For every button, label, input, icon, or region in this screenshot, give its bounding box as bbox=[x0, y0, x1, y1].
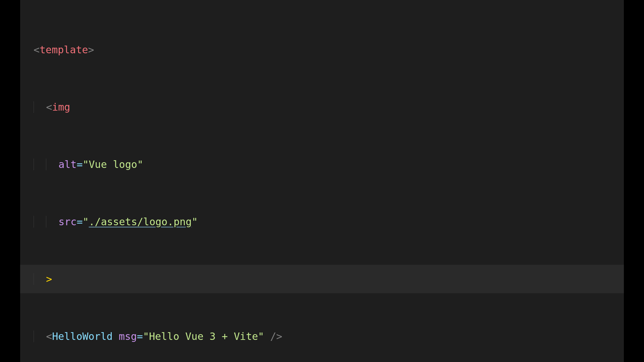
string-literal: "Hello Vue 3 + Vite" bbox=[143, 330, 264, 342]
code-line: alt="Vue logo" bbox=[34, 150, 610, 179]
bracket: > bbox=[88, 44, 94, 56]
bracket-match: > bbox=[46, 273, 52, 285]
bracket: < bbox=[46, 330, 52, 342]
bracket: /> bbox=[264, 330, 282, 342]
code-editor[interactable]: <template> <img alt="Vue logo" src="./as… bbox=[20, 0, 624, 362]
equals: = bbox=[137, 330, 143, 342]
code-line: <img bbox=[34, 93, 610, 122]
equals: = bbox=[76, 216, 83, 228]
bracket: < bbox=[34, 44, 40, 56]
string-path: ./assets/logo.png bbox=[89, 216, 192, 228]
equals: = bbox=[76, 159, 83, 170]
tag-helloworld: HelloWorld bbox=[52, 330, 113, 342]
attr-alt: alt bbox=[58, 159, 76, 170]
code-line: <template> bbox=[34, 36, 610, 64]
code-line-active: > bbox=[20, 265, 624, 294]
bracket: < bbox=[46, 101, 52, 113]
attr-src: src bbox=[58, 216, 76, 228]
tag-template: template bbox=[40, 44, 88, 56]
attr-msg: msg bbox=[119, 330, 137, 342]
code-line: src="./assets/logo.png" bbox=[34, 207, 610, 236]
quote: " bbox=[192, 216, 198, 228]
quote: " bbox=[83, 216, 89, 228]
code-line: <HelloWorld msg="Hello Vue 3 + Vite" /> bbox=[34, 322, 610, 351]
tag-img: img bbox=[52, 101, 70, 113]
string-literal: "Vue logo" bbox=[83, 159, 144, 170]
